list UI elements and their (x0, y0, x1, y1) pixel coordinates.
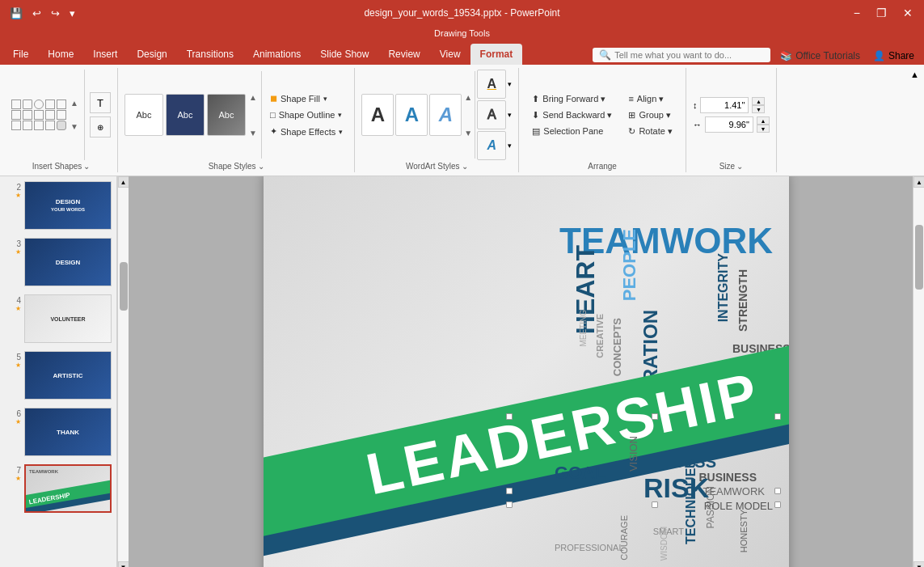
shape-9[interactable] (11, 121, 21, 130)
shape-8[interactable] (57, 110, 66, 120)
text-fill-button[interactable]: A (477, 70, 506, 99)
shape-10[interactable] (23, 121, 32, 130)
save-button[interactable]: 💾 (6, 6, 26, 21)
shape-7[interactable] (45, 110, 55, 120)
slide-thumb-2[interactable]: 2 ★ DESIGNYOUR WORDS (3, 180, 113, 231)
slide-thumb-3[interactable]: 3 ★ DESIGN (3, 236, 113, 288)
tell-me-input[interactable] (614, 50, 760, 60)
group-button[interactable]: ⊞ Group ▾ (622, 108, 678, 123)
slide-thumb-6[interactable]: 6 ★ THANK (3, 406, 113, 458)
handle-mr[interactable] (774, 488, 781, 494)
scroll-up-button[interactable]: ▲ (118, 176, 129, 188)
slide-thumb-7[interactable]: 7 ★ LEADERSHIP TEAMWORK (3, 463, 113, 514)
slide-image-3[interactable]: DESIGN (24, 238, 112, 286)
restore-button[interactable]: ❐ (871, 5, 892, 21)
height-up[interactable]: ▲ (752, 97, 765, 105)
wordart-up[interactable]: ▲ (463, 93, 473, 102)
shape-styles-more[interactable]: ▼ (248, 129, 258, 138)
handle-ml[interactable] (506, 488, 513, 494)
slide-image-5[interactable]: ARTISTIC (24, 351, 112, 400)
slide-image-6[interactable]: THANK (24, 408, 112, 456)
tab-design[interactable]: Design (127, 44, 176, 65)
handle-br[interactable] (774, 501, 781, 508)
slide-thumb-4[interactable]: 4 ★ VOLUNTEER (3, 293, 113, 345)
height-down[interactable]: ▼ (752, 105, 765, 113)
size-expand[interactable]: ⌄ (736, 162, 743, 171)
shape-effects-button[interactable]: ✦ Shape Effects ▾ (265, 124, 348, 139)
undo-button[interactable]: ↩ (29, 6, 44, 21)
canvas-scroll-up[interactable]: ▲ (913, 176, 924, 188)
wordart-fancy[interactable]: A (429, 94, 462, 136)
canvas-scroll-thumb[interactable] (915, 225, 923, 290)
width-up[interactable]: ▲ (757, 116, 770, 125)
slide-image-2[interactable]: DESIGNYOUR WORDS (24, 181, 112, 230)
shape-styles-expand[interactable]: ⌄ (258, 162, 264, 171)
handle-tl[interactable] (506, 413, 513, 420)
tab-file[interactable]: File (3, 44, 38, 65)
shape-11[interactable] (34, 121, 44, 130)
shape-rect[interactable] (23, 99, 32, 109)
canvas-scroll-down[interactable]: ▼ (913, 561, 924, 567)
shape-arrow[interactable] (57, 99, 66, 109)
text-fill-arrow[interactable]: ▾ (508, 80, 512, 88)
height-input[interactable] (700, 97, 749, 113)
shapes-expand-down[interactable]: ▼ (70, 122, 79, 131)
shape-fill-button[interactable]: ◼ Shape Fill ▾ (265, 91, 348, 106)
width-down[interactable]: ▼ (757, 125, 770, 133)
shape-style-3[interactable]: Abc (207, 94, 246, 136)
redo-button[interactable]: ↪ (48, 6, 63, 21)
handle-tr[interactable] (774, 413, 781, 420)
merge-shapes-button[interactable]: ⊕ (90, 116, 111, 138)
wordart-plain[interactable]: A (361, 94, 394, 136)
customize-button[interactable]: ▾ (66, 6, 78, 21)
slide-image-7[interactable]: LEADERSHIP TEAMWORK (24, 464, 112, 513)
shape-13[interactable] (57, 121, 66, 130)
shape-6[interactable] (34, 110, 44, 120)
selection-pane-button[interactable]: ▤ Selection Pane (525, 124, 618, 139)
shape-5[interactable] (23, 110, 32, 120)
text-outline-arrow[interactable]: ▾ (508, 111, 512, 119)
shape-12[interactable] (45, 121, 55, 130)
wordart-more[interactable]: ▼ (463, 129, 473, 138)
shape-outline-button[interactable]: □ Shape Outline ▾ (265, 108, 348, 122)
shape-tri[interactable] (45, 99, 55, 109)
shape-ellipse[interactable] (34, 99, 44, 109)
shape-line[interactable] (11, 99, 21, 109)
tab-format[interactable]: Format (470, 44, 523, 65)
tab-view[interactable]: View (430, 44, 470, 65)
office-tutorials-link[interactable]: 📚 Office Tutorials (774, 47, 867, 65)
shape-style-2[interactable]: Abc (166, 94, 205, 136)
minimize-button[interactable]: − (849, 5, 865, 21)
shape-style-1[interactable]: Abc (124, 94, 163, 136)
align-button[interactable]: ≡ Align ▾ (622, 91, 678, 107)
slide-image-4[interactable]: VOLUNTEER (24, 294, 112, 343)
slide-canvas[interactable]: LEADERSHIP TEAMWORK HEART PEOPLE (264, 176, 789, 567)
tab-review[interactable]: Review (378, 44, 429, 65)
text-effects-button[interactable]: A (477, 131, 506, 160)
send-backward-button[interactable]: ⬇ Send Backward ▾ (525, 108, 618, 123)
insert-shapes-expand[interactable]: ⌄ (83, 162, 90, 171)
width-input[interactable] (705, 116, 753, 133)
close-button[interactable]: ✕ (898, 5, 918, 21)
shape-styles-up[interactable]: ▲ (248, 93, 258, 102)
share-button[interactable]: 👤 Share (867, 47, 921, 65)
handle-bl[interactable] (506, 501, 513, 508)
rotate-button[interactable]: ↻ Rotate ▾ (622, 124, 678, 139)
bring-forward-button[interactable]: ⬆ Bring Forward ▾ (525, 91, 618, 107)
tab-transitions[interactable]: Transitions (177, 44, 243, 65)
handle-tc[interactable] (652, 413, 658, 420)
tab-insert[interactable]: Insert (83, 44, 127, 65)
scroll-down-button[interactable]: ▼ (118, 561, 129, 567)
tab-home[interactable]: Home (38, 44, 83, 65)
text-outline-button[interactable]: A (477, 100, 506, 129)
tab-slideshow[interactable]: Slide Show (310, 44, 378, 65)
wordart-blue[interactable]: A (395, 94, 428, 136)
shapes-expand-up[interactable]: ▲ (70, 99, 79, 108)
text-effects-arrow[interactable]: ▾ (508, 142, 512, 150)
slide-thumb-5[interactable]: 5 ★ ARTISTIC (3, 349, 113, 401)
ribbon-collapse-button[interactable]: ▲ (910, 70, 919, 79)
shape-4[interactable] (11, 110, 21, 120)
text-box-button[interactable]: T (90, 92, 111, 113)
wordart-expand[interactable]: ⌄ (462, 162, 468, 171)
scroll-thumb[interactable] (120, 262, 128, 311)
